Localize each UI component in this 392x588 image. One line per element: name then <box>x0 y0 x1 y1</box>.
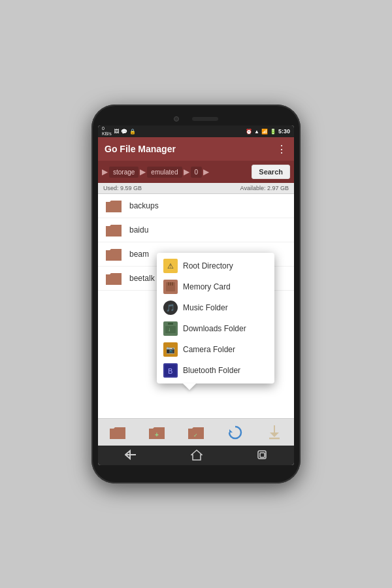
dropdown-item-camera-folder[interactable]: 📷 Camera Folder <box>157 339 274 360</box>
breadcrumb-storage[interactable]: storage <box>109 167 139 178</box>
toolbar-folder-button[interactable] <box>106 421 129 444</box>
folder-icon-backups <box>105 198 123 214</box>
back-button[interactable] <box>125 449 137 462</box>
bluetooth-folder-label: Bluetooth Folder <box>183 366 240 375</box>
downloads-folder-label: Downloads Folder <box>183 324 246 333</box>
memory-card-label: Memory Card <box>183 282 231 291</box>
breadcrumb-arrow-2: ▶ <box>184 167 189 176</box>
toolbar-new-folder-button[interactable]: + <box>145 421 169 444</box>
phone-bottom <box>98 465 294 472</box>
svg-text:+: + <box>155 431 159 438</box>
time-display: 5:30 <box>278 128 290 135</box>
toolbar-download-button[interactable] <box>263 421 286 444</box>
home-button[interactable] <box>191 449 203 463</box>
screen: 0KB/s 🖼 💬 🔒 ⏰ ▲ 📶 🔋 5:30 Go File Manager… <box>98 125 294 465</box>
music-folder-icon: 🎵 <box>163 301 178 315</box>
folder-icon-beam <box>105 246 123 262</box>
svg-rect-6 <box>170 282 171 286</box>
breadcrumb-arrow-0: ▶ <box>102 167 108 176</box>
svg-text:↓: ↓ <box>168 327 171 333</box>
bluetooth-folder-icon: B <box>163 363 178 378</box>
app-bar: Go File Manager ⋮ <box>98 137 294 161</box>
file-name-baidu: baidu <box>129 225 148 235</box>
list-item[interactable]: backups <box>98 194 294 218</box>
svg-rect-1 <box>106 227 122 237</box>
alarm-icon: ⏰ <box>246 129 252 135</box>
battery-icon: 🔋 <box>270 129 276 135</box>
dropdown-item-memory-card[interactable]: Memory Card <box>157 276 274 297</box>
lock-icon: 🔒 <box>129 129 136 135</box>
context-dropdown-menu: ⚠ Root Directory Memory Card 🎵 Music Fol… <box>157 253 274 384</box>
svg-marker-17 <box>229 429 233 433</box>
root-directory-icon: ⚠ <box>163 259 178 273</box>
overflow-menu-button[interactable]: ⋮ <box>276 143 287 155</box>
camera-folder-label: Camera Folder <box>183 345 235 354</box>
memory-card-icon <box>163 280 178 294</box>
file-name-beetalk: beetalk <box>129 274 155 283</box>
list-item[interactable]: baidu <box>98 218 294 242</box>
bottom-toolbar: + ✓ <box>98 418 294 446</box>
photo-icon: 🖼 <box>114 129 119 135</box>
dropdown-item-music-folder[interactable]: 🎵 Music Folder <box>157 297 274 318</box>
app-title: Go File Manager <box>105 144 176 154</box>
message-icon: 💬 <box>121 129 127 135</box>
file-list: backups baidu beam beetalk <box>98 194 294 418</box>
phone-shell: 0KB/s 🖼 💬 🔒 ⏰ ▲ 📶 🔋 5:30 Go File Manager… <box>91 105 301 483</box>
phone-speaker <box>192 117 218 121</box>
svg-rect-7 <box>172 282 173 286</box>
nav-bar <box>98 446 294 465</box>
signal-icon: 📶 <box>261 129 268 135</box>
breadcrumb-arrow-3: ▶ <box>203 167 209 176</box>
dropdown-item-downloads-folder[interactable]: ↓ Downloads Folder <box>157 318 274 339</box>
svg-rect-5 <box>168 282 169 286</box>
dropdown-item-bluetooth-folder[interactable]: B Bluetooth Folder <box>157 360 274 381</box>
front-camera <box>174 116 179 122</box>
used-storage: Used: 9.59 GB <box>103 185 142 191</box>
dropdown-arrow <box>183 384 196 390</box>
svg-rect-3 <box>106 276 122 285</box>
breadcrumb-arrow-1: ▶ <box>140 167 146 176</box>
root-directory-label: Root Directory <box>183 261 233 270</box>
downloads-folder-icon: ↓ <box>163 321 178 336</box>
svg-rect-25 <box>260 453 265 457</box>
kb-indicator: 0KB/s <box>102 126 112 136</box>
available-storage: Available: 2.97 GB <box>240 185 289 191</box>
svg-text:✓: ✓ <box>193 433 198 438</box>
breadcrumb-zero[interactable]: 0 <box>191 167 203 178</box>
phone-top-bar <box>98 116 294 122</box>
svg-marker-23 <box>191 450 202 460</box>
folder-icon-beetalk <box>105 270 123 286</box>
svg-rect-12 <box>110 430 125 438</box>
svg-rect-8 <box>165 326 176 333</box>
status-right: ⏰ ▲ 📶 🔋 5:30 <box>246 128 290 135</box>
file-name-backups: backups <box>129 201 159 210</box>
file-name-beam: beam <box>129 250 149 259</box>
status-left: 0KB/s 🖼 💬 🔒 <box>102 126 136 136</box>
wifi-icon: ▲ <box>254 129 259 135</box>
status-bar: 0KB/s 🖼 💬 🔒 ⏰ ▲ 📶 🔋 5:30 <box>98 125 294 137</box>
storage-info: Used: 9.59 GB Available: 2.97 GB <box>98 183 294 194</box>
svg-rect-2 <box>106 252 122 261</box>
music-folder-label: Music Folder <box>183 303 228 312</box>
svg-text:B: B <box>168 367 172 375</box>
camera-folder-icon: 📷 <box>163 342 178 357</box>
svg-rect-0 <box>106 203 122 212</box>
breadcrumb-bar: ▶ storage ▶ emulated ▶ 0 ▶ Search <box>98 161 294 183</box>
breadcrumb-emulated[interactable]: emulated <box>147 167 182 178</box>
svg-marker-19 <box>270 433 279 437</box>
toolbar-refresh-button[interactable] <box>223 421 247 444</box>
toolbar-select-folder-button[interactable]: ✓ <box>184 421 208 444</box>
recents-button[interactable] <box>257 449 267 462</box>
search-button[interactable]: Search <box>252 165 290 179</box>
folder-icon-baidu <box>105 222 123 238</box>
dropdown-item-root-directory[interactable]: ⚠ Root Directory <box>157 255 274 276</box>
